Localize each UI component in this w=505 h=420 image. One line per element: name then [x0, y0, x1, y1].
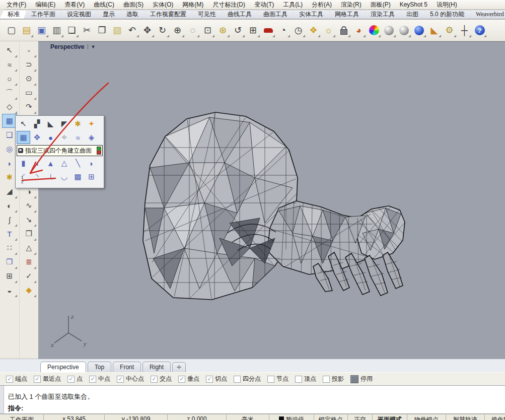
curve-edit-tool-button[interactable]: ∫ [2, 213, 17, 227]
zoom-extents-button[interactable]: ⊡ [200, 23, 215, 38]
srf-arc-2-button[interactable]: ◝ [30, 170, 44, 183]
osnap-toggle[interactable]: ✓垂点 [178, 375, 199, 383]
osnap-disable-toggle[interactable]: 停用 [350, 375, 373, 383]
status-cell[interactable]: 平面模式 [373, 414, 407, 420]
ribbon-tab[interactable]: 标准 [0, 10, 27, 19]
add-viewport-tab-button[interactable]: ✛ [172, 362, 186, 372]
ribbon-tab[interactable]: 选取 [118, 10, 146, 19]
shaded-sphere-button[interactable] [382, 23, 396, 38]
srf-pin-button[interactable]: ⊥ [44, 170, 57, 183]
options-gears-button[interactable]: ⚙ [442, 23, 457, 38]
srf-plane-patch-button[interactable]: ▩ [71, 170, 85, 183]
rebuild-curve-tool-button[interactable]: ∿ [21, 198, 36, 213]
new-file-button[interactable]: ▢ [4, 23, 19, 38]
check-select-tool-button[interactable]: ✓ [21, 269, 36, 283]
osnap-toggle[interactable]: 节点 [267, 375, 288, 383]
viewport-tab-front[interactable]: Front [113, 362, 141, 372]
srf-cone-button[interactable]: △ [57, 157, 71, 170]
undo-view-button[interactable]: ↺ [231, 23, 245, 38]
rendered-sphere-button[interactable] [397, 23, 411, 38]
osnap-toggle[interactable]: ✓交点 [151, 375, 172, 383]
polyline-tool-button[interactable]: ≈ [2, 57, 17, 72]
command-area[interactable]: 已加入 1 个曲面至选取集合。 指令: [0, 385, 505, 414]
osnap-checkbox[interactable] [295, 376, 302, 383]
lights-button[interactable]: ☼ [321, 23, 336, 38]
raytrace-sphere-button[interactable] [412, 23, 426, 38]
set-view-button[interactable]: ◷ [291, 23, 306, 38]
viewport-layout-button[interactable]: ⊞ [246, 23, 260, 38]
osnap-disable-box[interactable] [350, 375, 358, 383]
ribbon-tab[interactable]: 网格工具 [327, 10, 366, 19]
rotate-view-button[interactable]: ↻ [155, 23, 170, 38]
menu-item[interactable]: 查看(V) [60, 0, 89, 10]
osnap-checkbox[interactable]: ✓ [117, 376, 124, 383]
menu-item[interactable]: 渲染(R) [336, 0, 366, 10]
viewport-dropdown-icon[interactable]: ▼ [88, 44, 95, 49]
ribbon-tab[interactable]: 曲线工具 [220, 10, 259, 19]
zoom-window-button[interactable]: ◌ [185, 23, 200, 38]
ribbon-tab[interactable]: 5.0 的新功能 [422, 10, 471, 19]
pointer-tool-button[interactable]: ↖ [2, 43, 17, 57]
ribbon-tab[interactable]: 工作视窗配置 [142, 10, 193, 19]
menu-item[interactable]: 文件(F) [2, 0, 31, 10]
palette-pointer-button[interactable]: ↖ [17, 117, 30, 130]
ribbon-tab[interactable]: 实体工具 [291, 10, 330, 19]
osnap-toggle[interactable]: ✓点 [67, 375, 83, 383]
solid-cube-tool-button[interactable]: ❒ [2, 255, 17, 269]
osnap-checkbox[interactable]: ✓ [67, 376, 75, 383]
ribbon-tab[interactable]: 曲面工具 [255, 10, 295, 19]
ribbon-tab[interactable]: Weaverbird [468, 10, 505, 19]
osnap-toggle[interactable]: ✓最近点 [34, 375, 61, 383]
srf-blob-button[interactable]: ◗ [85, 157, 98, 170]
osnap-checkbox[interactable]: ✓ [178, 376, 185, 383]
zoom-selected-button[interactable]: ⊛ [215, 23, 230, 38]
ribbon-tab[interactable]: 出图 [398, 10, 425, 19]
render-preview-button[interactable]: ◔ [276, 23, 291, 38]
shaded-mode-button[interactable]: ◕ [351, 23, 366, 38]
palette-corner-points-button[interactable]: ▞ [30, 117, 44, 130]
menu-item[interactable]: 曲面(S) [119, 0, 148, 10]
osnap-toggle[interactable]: ✓端点 [6, 375, 27, 383]
save-button[interactable]: ▣ [34, 23, 49, 38]
srf-wavy-button[interactable]: ◖ [30, 157, 44, 170]
open-file-button[interactable]: ▤ [19, 23, 34, 38]
status-cell[interactable]: 毫米 [227, 414, 269, 420]
osnap-checkbox[interactable]: ✓ [206, 376, 213, 383]
status-cell[interactable]: 预设值 [269, 414, 314, 420]
lock-objects-button[interactable] [336, 23, 351, 38]
status-cell[interactable]: 智慧轨迹 [446, 414, 485, 420]
menu-item[interactable]: 面板(P) [366, 0, 395, 10]
ellipse-tool-button[interactable]: ⊙ [21, 72, 36, 86]
perspective-viewport[interactable]: Perspective ▼ [38, 41, 505, 359]
srf-box-button[interactable]: ◈ [85, 131, 98, 144]
status-cell[interactable]: 正交 [348, 414, 373, 420]
scatter-points-tool-button[interactable]: ∷ [2, 241, 17, 255]
srf-sphere-button[interactable]: ● [44, 131, 57, 144]
status-cell[interactable]: 物件锁点 [407, 414, 446, 420]
osnap-checkbox[interactable] [267, 376, 274, 383]
zoom-button[interactable]: ⊕ [170, 23, 185, 38]
status-cell[interactable]: 锁定格点 [314, 414, 348, 420]
srf-from-points-button[interactable]: ✧ [57, 131, 71, 144]
osnap-checkbox[interactable] [323, 376, 330, 383]
help-button[interactable]: ? [472, 23, 487, 38]
extrude-tool-button[interactable]: △ [21, 241, 36, 255]
palette-puzzle-button[interactable]: ✱ [71, 117, 85, 130]
viewport-tab-perspective[interactable]: Perspective [40, 362, 86, 372]
text-tool-button[interactable]: T [2, 227, 17, 241]
palette-flag-b-button[interactable]: ◤ [57, 117, 71, 130]
srf-grid-button[interactable]: ⊞ [85, 170, 98, 183]
curve-through-points-tool-button[interactable]: ⊃ [21, 57, 36, 72]
viewport-title[interactable]: Perspective ▼ [50, 43, 95, 50]
srf-patch-button[interactable]: ✥ [30, 131, 44, 144]
copy-object-tool-button[interactable]: ❐ [21, 227, 36, 241]
circle-tool-button[interactable]: ○ [2, 72, 17, 86]
color-wheel-button[interactable] [367, 23, 381, 38]
pan-view-button[interactable]: ✥ [140, 23, 155, 38]
srf-3-4-corner-points-button[interactable]: ▦ [17, 131, 30, 144]
menu-item[interactable]: 尺寸标注(D) [208, 0, 250, 10]
ribbon-tab[interactable]: 可见性 [190, 10, 223, 19]
srf-cylinder-button[interactable]: ▮ [17, 157, 30, 170]
arc-tool-button[interactable]: ⌒ [2, 86, 17, 100]
srf-swirl-button[interactable]: ≈ [71, 131, 85, 144]
